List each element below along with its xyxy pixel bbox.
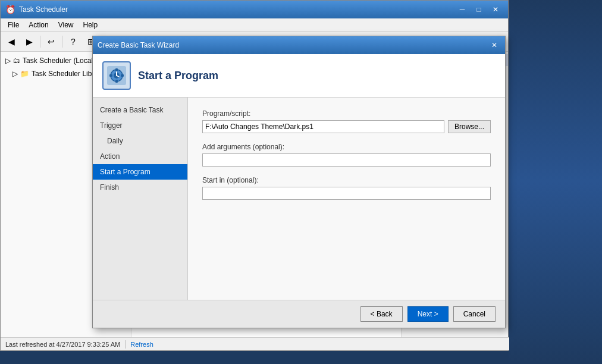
program-input[interactable] — [202, 120, 444, 133]
program-row: Browse... — [202, 120, 491, 133]
desktop-background — [509, 0, 602, 364]
nav-action[interactable]: Action — [93, 149, 187, 164]
tree-expand-icon: ▷ — [5, 57, 11, 65]
tree-item-library-label: Task Scheduler Libr… — [32, 70, 101, 78]
nav-start-program[interactable]: Start a Program — [93, 164, 187, 180]
window-controls: ─ □ ✕ — [454, 4, 503, 15]
tree-expand-icon-2: ▷ — [12, 70, 18, 78]
svg-rect-3 — [115, 68, 118, 71]
startin-input[interactable] — [202, 187, 491, 200]
modal-header-title: Start a Program — [138, 70, 218, 82]
forward-button[interactable]: ▶ — [21, 34, 37, 49]
nav-trigger[interactable]: Trigger — [93, 118, 187, 133]
modal-nav: Create a Basic Task Trigger Daily Action… — [93, 98, 188, 300]
startin-label: Start in (optional): — [202, 176, 491, 184]
folder-icon-2: 📁 — [20, 70, 29, 78]
modal-dialog: Create Basic Task Wizard ✕ Start a Progr… — [92, 36, 506, 328]
app-icon: ⏰ — [5, 5, 15, 14]
title-bar: ⏰ Task Scheduler ─ □ ✕ — [1, 1, 508, 18]
toolbar-separator — [40, 36, 40, 48]
menu-file[interactable]: File — [3, 18, 24, 31]
status-separator — [125, 340, 126, 349]
startin-form-group: Start in (optional): — [202, 176, 491, 200]
modal-close-button[interactable]: ✕ — [488, 40, 500, 51]
menu-view[interactable]: View — [54, 18, 79, 31]
svg-rect-4 — [115, 80, 118, 83]
nav-finish[interactable]: Finish — [93, 180, 187, 195]
modal-footer: < Back Next > Cancel — [93, 300, 505, 328]
toolbar-separator-2 — [62, 36, 62, 48]
back-button[interactable]: ◀ — [3, 34, 20, 49]
nav-daily[interactable]: Daily — [93, 133, 187, 149]
refresh-button[interactable]: ↩ — [43, 34, 59, 49]
modal-header-icon — [102, 61, 131, 90]
svg-rect-5 — [109, 74, 112, 77]
next-button[interactable]: Next > — [407, 306, 449, 322]
tree-item-label: Task Scheduler (Local) — [23, 57, 95, 65]
close-button[interactable]: ✕ — [488, 4, 503, 15]
menu-bar: File Action View Help — [1, 18, 508, 32]
args-form-group: Add arguments (optional): — [202, 143, 491, 167]
args-input[interactable] — [202, 153, 491, 167]
nav-create-basic[interactable]: Create a Basic Task — [93, 102, 187, 118]
program-label: Program/script: — [202, 109, 491, 118]
maximize-button[interactable]: □ — [471, 4, 487, 15]
modal-title-bar: Create Basic Task Wizard ✕ — [93, 36, 505, 54]
task-icon-svg — [106, 65, 127, 86]
back-button[interactable]: < Back — [360, 306, 403, 322]
modal-title: Create Basic Task Wizard — [98, 41, 485, 49]
modal-body: Create a Basic Task Trigger Daily Action… — [93, 98, 505, 300]
menu-help[interactable]: Help — [79, 18, 103, 31]
app-title: Task Scheduler — [19, 5, 451, 14]
svg-rect-6 — [121, 74, 124, 77]
browse-button[interactable]: Browse... — [448, 120, 491, 133]
minimize-button[interactable]: ─ — [454, 4, 470, 15]
status-bar: Last refreshed at 4/27/2017 9:33:25 AM R… — [1, 337, 509, 350]
help-button[interactable]: ? — [65, 34, 81, 49]
menu-action[interactable]: Action — [24, 18, 53, 31]
args-label: Add arguments (optional): — [202, 143, 491, 151]
folder-icon: 🗂 — [13, 57, 20, 65]
status-text: Last refreshed at 4/27/2017 9:33:25 AM — [5, 341, 120, 348]
cancel-button[interactable]: Cancel — [453, 306, 496, 322]
refresh-link[interactable]: Refresh — [130, 341, 153, 348]
modal-header: Start a Program — [93, 54, 505, 98]
modal-content: Program/script: Browse... Add arguments … — [188, 98, 505, 300]
program-form-group: Program/script: Browse... — [202, 109, 491, 133]
